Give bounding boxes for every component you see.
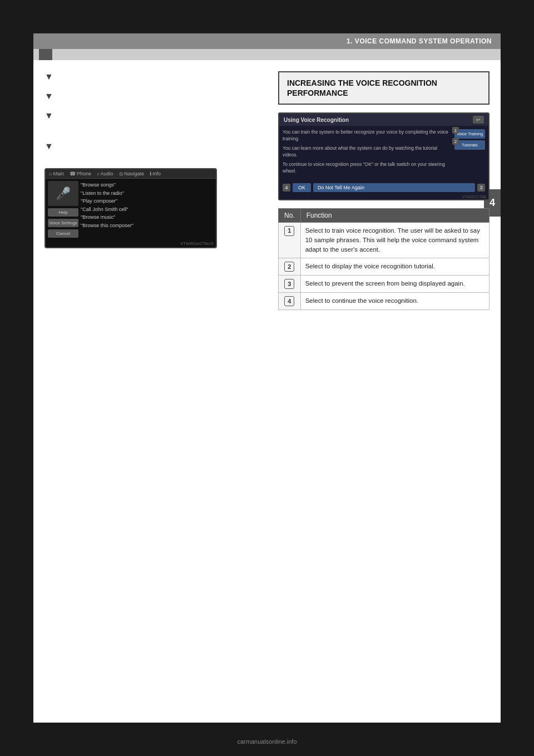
vr-para-3: To continue to voice recognition press "…: [283, 161, 451, 175]
bullet-icon-1: ▼: [44, 72, 53, 82]
bullet-1: ▼: [44, 71, 222, 82]
nav-navigate: ◎ Navigate: [119, 171, 145, 176]
left-section: ▼ ▼ ▼ ▼ ⌂ Main: [44, 71, 234, 248]
num-badge: 4: [284, 296, 294, 306]
main-content: ▼ ▼ ▼ ▼ ⌂ Main: [33, 60, 501, 321]
voice-settings-button[interactable]: Voice Settings: [48, 219, 78, 227]
screen-commands-panel: "Browse songs" "Listen to the radio" "Pl…: [81, 181, 214, 238]
ok-button[interactable]: OK: [293, 183, 311, 192]
command-5: "Browse music": [81, 213, 214, 222]
nav-audio: ♪ Audio: [97, 171, 113, 176]
screen-mockup: ⌂ Main ☎ Phone ♪ Audio ◎ Navigate: [44, 168, 217, 248]
help-button[interactable]: Help: [48, 208, 78, 217]
nav-phone: ☎ Phone: [70, 171, 91, 176]
vr-watermark: VTM002CTaB: [279, 194, 488, 199]
vr-screen-header: Using Voice Recognition ↩: [279, 114, 488, 126]
nav-info: ℹ Info: [150, 171, 161, 176]
num-badge: 2: [284, 262, 294, 272]
do-not-tell-button[interactable]: Do Not Tell Me Again: [313, 183, 475, 192]
table-row: 1Select to train voice recognition. The …: [279, 222, 490, 258]
bullet-icon-2: ▼: [44, 91, 53, 101]
vr-screen-body: You can train the system to better recog…: [279, 126, 488, 180]
vr-left-text: You can train the system to better recog…: [283, 129, 451, 177]
footer-num-3: 3: [477, 184, 485, 192]
table-num-cell: 4: [279, 293, 301, 310]
footer-logo: carmanualsonline.info: [237, 738, 296, 745]
tutorials-button[interactable]: 2 Tutorials: [454, 140, 485, 150]
btn-num-1: 1: [452, 127, 459, 134]
bullet-4: ▼: [44, 141, 222, 151]
info-box-title: INCREASING THE VOICE RECOGNITION PERFORM…: [287, 78, 481, 98]
table-function-cell: Select to train voice recognition. The u…: [300, 222, 489, 258]
command-4: "Call John Smith cell": [81, 205, 214, 214]
col-no-header: No.: [279, 208, 301, 222]
tab-bar: [33, 49, 501, 60]
num-badge: 1: [284, 226, 294, 236]
command-3: "Play composer": [81, 197, 214, 205]
right-section: INCREASING THE VOICE RECOGNITION PERFORM…: [278, 71, 490, 310]
vr-screen-mockup: Using Voice Recognition ↩ You can train …: [278, 112, 490, 200]
vr-para-1: You can train the system to better recog…: [283, 129, 451, 143]
table-num-cell: 1: [279, 222, 301, 258]
command-6: "Browse this composer": [81, 222, 214, 230]
bullet-2: ▼: [44, 91, 222, 101]
table-row: 3Select to prevent the screen from being…: [279, 276, 490, 293]
screen-watermark: VTM401eCTaUS: [46, 240, 216, 247]
function-table: No. Function 1Select to train voice reco…: [278, 208, 490, 311]
table-num-cell: 3: [279, 276, 301, 293]
screen-left-panel: 🎤 Help Voice Settings Cancel: [48, 181, 78, 238]
header-bar: 1. VOICE COMMAND SYSTEM OPERATION: [33, 33, 501, 49]
vr-right-buttons: 1 Voice Training 2 Tutorials: [454, 129, 485, 177]
page-footer: carmanualsonline.info: [0, 738, 534, 745]
table-row: 4Select to continue the voice recognitio…: [279, 293, 490, 310]
bullet-3: ▼: [44, 110, 222, 121]
info-box: INCREASING THE VOICE RECOGNITION PERFORM…: [278, 71, 490, 105]
bullet-icon-3: ▼: [44, 111, 53, 121]
mic-icon: 🎤: [56, 186, 71, 201]
vr-screen-footer: 4 OK Do Not Tell Me Again 3: [279, 181, 488, 194]
command-1: "Browse songs": [81, 181, 214, 189]
cancel-button[interactable]: Cancel: [48, 229, 78, 238]
command-2: "Listen to the radio": [81, 189, 214, 198]
nav-main: ⌂ Main: [49, 171, 64, 176]
table-num-cell: 2: [279, 258, 301, 276]
vr-screen-title: Using Voice Recognition: [284, 117, 349, 123]
bullet-icon-4: ▼: [44, 141, 53, 151]
voice-training-button[interactable]: 1 Voice Training: [454, 129, 485, 139]
num-badge: 3: [284, 279, 294, 289]
active-tab: [39, 49, 52, 60]
vr-back-button[interactable]: ↩: [473, 116, 484, 124]
header-title: 1. VOICE COMMAND SYSTEM OPERATION: [347, 37, 492, 45]
table-function-cell: Select to continue the voice recognition…: [300, 293, 489, 310]
vr-para-2: You can learn more about what the system…: [283, 145, 451, 159]
page-content: 1. VOICE COMMAND SYSTEM OPERATION 4 ▼ ▼ …: [33, 33, 501, 723]
screen-body: 🎤 Help Voice Settings Cancel "Browse son…: [46, 179, 216, 240]
screen-nav-bar: ⌂ Main ☎ Phone ♪ Audio ◎ Navigate: [46, 169, 216, 179]
btn-num-2: 2: [452, 138, 459, 145]
microphone-display: 🎤: [48, 181, 78, 206]
footer-num-4: 4: [283, 184, 290, 192]
col-function-header: Function: [300, 208, 489, 222]
table-function-cell: Select to display the voice recognition …: [300, 258, 489, 276]
table-row: 2Select to display the voice recognition…: [279, 258, 490, 276]
table-function-cell: Select to prevent the screen from being …: [300, 276, 489, 293]
